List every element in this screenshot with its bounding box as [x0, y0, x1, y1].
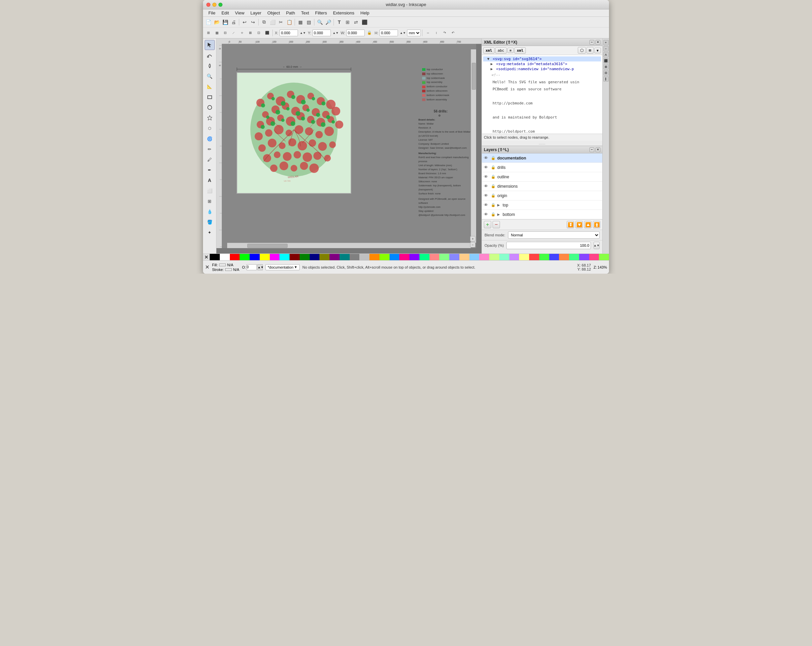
palette-color-5[interactable]	[260, 254, 270, 260]
connector-tool[interactable]: ⊞	[205, 196, 215, 206]
measure-tool[interactable]: 📐	[205, 81, 215, 92]
opacity-stepper-btn[interactable]: ▲▼	[257, 264, 263, 270]
layer-row-documentation[interactable]: 👁 🔒 documentation	[482, 153, 602, 163]
xml-new-elem-btn2[interactable]: xml	[514, 47, 526, 54]
menu-path[interactable]: Path	[283, 10, 298, 16]
circle-tool[interactable]	[205, 103, 215, 112]
palette-color-2[interactable]	[230, 254, 240, 260]
layer-lock-outline[interactable]: 🔒	[491, 174, 496, 180]
layer-lock-dimensions[interactable]: 🔒	[491, 184, 496, 189]
y-input[interactable]	[312, 29, 331, 36]
nodes-button[interactable]: ⬛	[360, 18, 368, 26]
canvas-zoom-in[interactable]: +	[470, 236, 475, 242]
new-button[interactable]: 📄	[205, 18, 212, 26]
palette-color-11[interactable]	[319, 254, 330, 260]
canvas-area[interactable]: 0 50 100 150 200 250 300 350 400 450 500…	[217, 38, 481, 254]
add-layer-btn[interactable]: +	[484, 221, 491, 228]
edge-btn-6[interactable]: ⊟	[603, 70, 609, 75]
xml-close-btn[interactable]: ×	[595, 40, 600, 44]
horizontal-scrollbar[interactable]	[227, 243, 471, 248]
ungroup-button[interactable]: ▧	[305, 18, 313, 26]
palette-color-12[interactable]	[330, 254, 340, 260]
xml-btn5[interactable]: ⬡	[578, 47, 586, 54]
layer-eye-documentation[interactable]: 👁	[484, 155, 489, 161]
lock-btn[interactable]: 🔒	[365, 29, 374, 37]
snap-btn-3[interactable]: ⊟	[221, 29, 229, 37]
layer-row-top[interactable]: 👁 🔒 ▶ top	[482, 201, 602, 210]
zoom-tool[interactable]: 🔍	[205, 71, 215, 81]
snap-btn-1[interactable]: ⊞	[205, 29, 212, 37]
paste-button[interactable]: 📋	[285, 18, 293, 26]
minimize-button[interactable]	[212, 3, 217, 7]
h-stepper[interactable]: ▲▼	[398, 29, 407, 37]
x-stepper[interactable]: ▲▼	[299, 29, 307, 37]
palette-color-4[interactable]	[250, 254, 260, 260]
edge-btn-1[interactable]: +	[603, 40, 609, 45]
cut-button[interactable]: ✂	[277, 18, 285, 26]
opacity-stepper[interactable]: ▲▼	[594, 242, 600, 249]
group-button[interactable]: ▦	[296, 18, 304, 26]
save-button[interactable]: 💾	[221, 18, 229, 26]
vertical-scrollbar[interactable]	[471, 49, 476, 243]
pen-tool[interactable]: 🖊	[205, 155, 215, 165]
layers-close-btn[interactable]: ×	[595, 147, 600, 152]
layer-lock-drills[interactable]: 🔒	[491, 165, 496, 170]
snap-btn-5[interactable]: ⟣	[238, 29, 246, 37]
layer-row-dimensions[interactable]: 👁 🔒 dimensions	[482, 182, 602, 191]
edge-btn-4[interactable]: ⬛	[603, 58, 609, 63]
palette-color-1[interactable]	[220, 254, 230, 260]
palette-color-39[interactable]	[599, 254, 609, 260]
menu-text[interactable]: Text	[298, 10, 312, 16]
menu-extensions[interactable]: Extensions	[330, 10, 357, 16]
spray-tool[interactable]: ✦	[205, 227, 215, 237]
paint-bucket-tool[interactable]: 🪣	[205, 217, 215, 227]
palette-color-33[interactable]	[539, 254, 549, 260]
palette-none-color[interactable]: ✕	[203, 254, 210, 260]
layer-move-up-btn[interactable]: 🔼	[584, 221, 592, 228]
xml-node-svg[interactable]: ▼ <svg:svg id="svg3614">	[483, 57, 601, 61]
layer-row-outline[interactable]: 👁 🔒 outline	[482, 172, 602, 182]
rect-tool[interactable]	[205, 92, 215, 102]
copy-button[interactable]: ⬜	[269, 18, 276, 26]
zoom-in-button[interactable]: 🔍	[316, 18, 324, 26]
print-button[interactable]: 🖨	[229, 18, 238, 26]
blend-mode-select[interactable]: Normal Multiply Screen Overlay	[508, 231, 600, 239]
palette-color-35[interactable]	[559, 254, 569, 260]
canvas-zoom-out[interactable]: −	[470, 242, 475, 248]
palette-color-23[interactable]	[439, 254, 449, 260]
close-button[interactable]	[206, 3, 211, 7]
layer-row-bottom[interactable]: 👁 🔒 ▶ bottom	[482, 210, 602, 219]
menu-help[interactable]: Help	[358, 10, 372, 16]
palette-color-37[interactable]	[579, 254, 589, 260]
layer-eye-top[interactable]: 👁	[484, 202, 489, 208]
palette-color-38[interactable]	[589, 254, 599, 260]
menu-view[interactable]: View	[232, 10, 247, 16]
palette-color-10[interactable]	[310, 254, 320, 260]
eyedropper-tool[interactable]: 💧	[205, 207, 215, 217]
palette-color-0[interactable]	[210, 254, 220, 260]
palette-color-8[interactable]	[290, 254, 300, 260]
x-input[interactable]	[279, 29, 298, 36]
h-input[interactable]	[380, 29, 398, 36]
snap-btn-8[interactable]: ⬛	[263, 29, 271, 37]
palette-color-18[interactable]	[389, 254, 400, 260]
layer-eye-dimensions[interactable]: 👁	[484, 184, 489, 189]
palette-color-15[interactable]	[359, 254, 369, 260]
layer-row-drills[interactable]: 👁 🔒 drills	[482, 163, 602, 172]
star-tool[interactable]	[205, 113, 215, 123]
snap-btn-6[interactable]: ⊠	[246, 29, 254, 37]
layer-lock-documentation[interactable]: 🔒	[491, 155, 496, 161]
layer-move-to-bottom-btn[interactable]: ⏬	[567, 221, 574, 228]
delete-layer-btn[interactable]: −	[493, 221, 500, 228]
palette-color-6[interactable]	[270, 254, 280, 260]
layer-lock-origin[interactable]: 🔒	[491, 193, 496, 198]
rotate-cw-btn[interactable]: ↷	[441, 29, 449, 37]
xml-new-text-btn[interactable]: abc	[495, 47, 507, 54]
palette-color-13[interactable]	[340, 254, 350, 260]
xml-icon3[interactable]: ⊞	[507, 48, 514, 53]
palette-color-32[interactable]	[529, 254, 539, 260]
palette-color-26[interactable]	[469, 254, 479, 260]
layers-minimize-btn[interactable]: −	[589, 147, 594, 152]
zoom-out-button[interactable]: 🔎	[324, 18, 332, 26]
layer-eye-bottom[interactable]: 👁	[484, 212, 489, 217]
